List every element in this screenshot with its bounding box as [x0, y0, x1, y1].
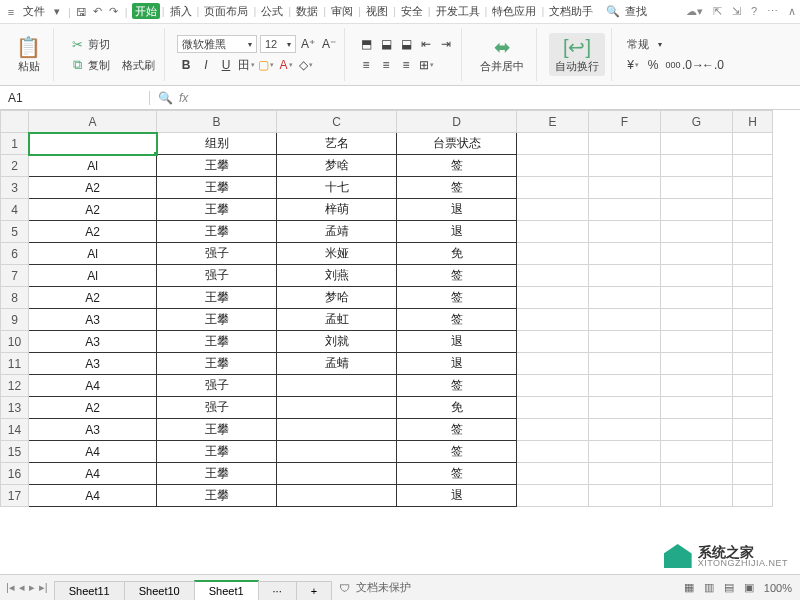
cell-H9[interactable]	[733, 309, 773, 331]
cell-A4[interactable]: A2	[29, 199, 157, 221]
cell-E17[interactable]	[517, 485, 589, 507]
cell-F2[interactable]	[589, 155, 661, 177]
undo-icon[interactable]: ↶	[91, 5, 105, 18]
cell-A5[interactable]: A2	[29, 221, 157, 243]
cell-F10[interactable]	[589, 331, 661, 353]
select-all-corner[interactable]	[1, 111, 29, 133]
cell-A16[interactable]: A4	[29, 463, 157, 485]
cell-F4[interactable]	[589, 199, 661, 221]
cell-D13[interactable]: 免	[397, 397, 517, 419]
copy-button[interactable]: ⧉复制	[66, 56, 113, 74]
zoom-level[interactable]: 100%	[764, 582, 792, 594]
cell-B9[interactable]: 王攀	[157, 309, 277, 331]
cell-G17[interactable]	[661, 485, 733, 507]
auto-wrap-button[interactable]: [↩]自动换行	[549, 33, 605, 76]
clear-button[interactable]: ◇	[297, 56, 315, 74]
cell-B6[interactable]: 强子	[157, 243, 277, 265]
fx-search-icon[interactable]: 🔍	[158, 91, 173, 105]
increase-font-button[interactable]: A⁺	[299, 35, 317, 53]
cell-D4[interactable]: 退	[397, 199, 517, 221]
cell-E13[interactable]	[517, 397, 589, 419]
collapse-icon[interactable]: ∧	[788, 5, 796, 18]
cell-C9[interactable]: 孟虹	[277, 309, 397, 331]
row-header-17[interactable]: 17	[1, 485, 29, 507]
font-color-button[interactable]: A	[277, 56, 295, 74]
row-header-6[interactable]: 6	[1, 243, 29, 265]
cell-B4[interactable]: 王攀	[157, 199, 277, 221]
cell-D16[interactable]: 签	[397, 463, 517, 485]
cell-F3[interactable]	[589, 177, 661, 199]
cell-A7[interactable]: Al	[29, 265, 157, 287]
cell-D12[interactable]: 签	[397, 375, 517, 397]
cell-B7[interactable]: 强子	[157, 265, 277, 287]
row-header-4[interactable]: 4	[1, 199, 29, 221]
row-header-8[interactable]: 8	[1, 287, 29, 309]
cell-E16[interactable]	[517, 463, 589, 485]
cell-H11[interactable]	[733, 353, 773, 375]
cell-C12[interactable]	[277, 375, 397, 397]
underline-button[interactable]: U	[217, 56, 235, 74]
cell-E2[interactable]	[517, 155, 589, 177]
cloud-icon[interactable]: ☁▾	[686, 5, 703, 18]
sheet-tab-Sheet10[interactable]: Sheet10	[124, 581, 195, 600]
cell-G8[interactable]	[661, 287, 733, 309]
col-header-C[interactable]: C	[277, 111, 397, 133]
cell-A15[interactable]: A4	[29, 441, 157, 463]
cell-G4[interactable]	[661, 199, 733, 221]
col-header-E[interactable]: E	[517, 111, 589, 133]
cell-F1[interactable]	[589, 133, 661, 155]
cell-H10[interactable]	[733, 331, 773, 353]
col-header-B[interactable]: B	[157, 111, 277, 133]
cell-G14[interactable]	[661, 419, 733, 441]
cell-C7[interactable]: 刘燕	[277, 265, 397, 287]
cell-H7[interactable]	[733, 265, 773, 287]
cell-E10[interactable]	[517, 331, 589, 353]
cell-D14[interactable]: 签	[397, 419, 517, 441]
cell-D6[interactable]: 免	[397, 243, 517, 265]
col-header-H[interactable]: H	[733, 111, 773, 133]
cell-D11[interactable]: 退	[397, 353, 517, 375]
cell-E4[interactable]	[517, 199, 589, 221]
menu-tab-3[interactable]: 公式	[258, 3, 286, 19]
cell-D15[interactable]: 签	[397, 441, 517, 463]
menu-tab-7[interactable]: 安全	[398, 3, 426, 19]
chevron-down-icon[interactable]: ▾	[50, 5, 64, 18]
percent-button[interactable]: %	[644, 56, 662, 74]
cell-H14[interactable]	[733, 419, 773, 441]
cell-H12[interactable]	[733, 375, 773, 397]
view-normal-button[interactable]: ▦	[684, 581, 694, 594]
row-header-7[interactable]: 7	[1, 265, 29, 287]
cell-H17[interactable]	[733, 485, 773, 507]
dec-decimal-button[interactable]: ←.0	[704, 56, 722, 74]
row-header-5[interactable]: 5	[1, 221, 29, 243]
cell-H16[interactable]	[733, 463, 773, 485]
cell-F14[interactable]	[589, 419, 661, 441]
row-header-1[interactable]: 1	[1, 133, 29, 155]
cell-A3[interactable]: A2	[29, 177, 157, 199]
cell-C8[interactable]: 梦哈	[277, 287, 397, 309]
row-header-14[interactable]: 14	[1, 419, 29, 441]
cell-H15[interactable]	[733, 441, 773, 463]
cell-H6[interactable]	[733, 243, 773, 265]
cell-E9[interactable]	[517, 309, 589, 331]
font-size-select[interactable]: 12▾	[260, 35, 296, 53]
col-header-D[interactable]: D	[397, 111, 517, 133]
align-top-button[interactable]: ⬒	[357, 35, 375, 53]
align-bottom-button[interactable]: ⬓	[397, 35, 415, 53]
tab-first-button[interactable]: |◂	[6, 581, 15, 594]
border-button[interactable]: 田	[237, 56, 255, 74]
font-name-select[interactable]: 微软雅黑▾	[177, 35, 257, 53]
merge-split-button[interactable]: ⊞	[417, 56, 435, 74]
cell-A13[interactable]: A2	[29, 397, 157, 419]
menu-tab-5[interactable]: 审阅	[328, 3, 356, 19]
align-left-button[interactable]: ≡	[357, 56, 375, 74]
cell-E1[interactable]	[517, 133, 589, 155]
cell-F13[interactable]	[589, 397, 661, 419]
cell-D8[interactable]: 签	[397, 287, 517, 309]
cell-C1[interactable]: 艺名	[277, 133, 397, 155]
cell-B1[interactable]: 组别	[157, 133, 277, 155]
cell-C11[interactable]: 孟蜻	[277, 353, 397, 375]
row-header-11[interactable]: 11	[1, 353, 29, 375]
row-header-9[interactable]: 9	[1, 309, 29, 331]
sheet-tab-Sheet1[interactable]: Sheet1	[194, 580, 259, 600]
